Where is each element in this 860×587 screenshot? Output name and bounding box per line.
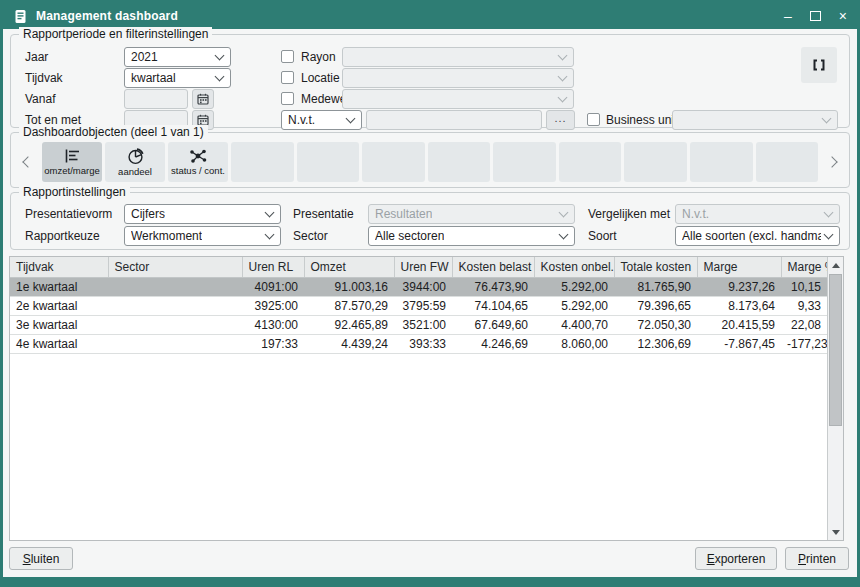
- presentatievorm-select[interactable]: Cijfers: [124, 204, 281, 224]
- column-header[interactable]: Marge %: [781, 257, 827, 277]
- vanaf-calendar-button[interactable]: [192, 89, 214, 109]
- table-cell: 92.465,89: [304, 315, 394, 334]
- toolbar-scroll-left-button[interactable]: [17, 142, 39, 182]
- table-cell: 9,33: [781, 296, 827, 315]
- dashboard-slot-empty[interactable]: [362, 142, 425, 182]
- table-cell: 10,15: [781, 277, 827, 296]
- toolbar-scroll-right-button[interactable]: [821, 142, 843, 182]
- title-bar: Management dashboard – ×: [3, 3, 857, 29]
- table-row[interactable]: 3e kwartaal4130:0092.465,893521:0067.649…: [10, 315, 827, 334]
- column-header[interactable]: Sector: [108, 257, 242, 277]
- column-header[interactable]: Kosten belast: [452, 257, 534, 277]
- rayon-checkbox[interactable]: [281, 50, 294, 63]
- calendar-icon: [197, 93, 209, 105]
- table-header-row: TijdvakSectorUren RLOmzetUren FWKosten b…: [10, 257, 827, 277]
- table-cell: 4091:00: [242, 277, 304, 296]
- business-unit-label: Business unit: [606, 113, 677, 127]
- dashboard-slot-empty[interactable]: [428, 142, 491, 182]
- rapportkeuze-select[interactable]: Werkmoment: [124, 226, 281, 246]
- dashboard-slot-empty[interactable]: [756, 142, 819, 182]
- maximize-icon: [810, 11, 821, 21]
- table-cell: 76.473,90: [452, 277, 534, 296]
- table-cell: 4.439,24: [304, 334, 394, 353]
- dashboard-slot-empty[interactable]: [624, 142, 687, 182]
- locatie-checkbox[interactable]: [281, 71, 294, 84]
- nvt-select[interactable]: N.v.t.: [281, 110, 362, 130]
- column-header[interactable]: Kosten onbel.: [534, 257, 614, 277]
- maximize-button[interactable]: [810, 9, 821, 23]
- table-cell: 197:33: [242, 334, 304, 353]
- presentatievorm-label: Presentatievorm: [25, 207, 112, 221]
- scrollbar-thumb[interactable]: [829, 274, 842, 426]
- column-header[interactable]: Omzet: [304, 257, 394, 277]
- scroll-down-button[interactable]: [828, 524, 843, 540]
- dialog-body: Rapportperiode en filterinstellingen Jaa…: [3, 29, 857, 577]
- exporteren-button[interactable]: Exporteren: [695, 547, 777, 570]
- dashboard-button-status-cont[interactable]: status / cont.: [168, 142, 228, 182]
- table-cell: 3795:59: [394, 296, 452, 315]
- column-header[interactable]: Tijdvak: [10, 257, 108, 277]
- exporteren-button-label: Exporteren: [707, 552, 766, 566]
- close-button[interactable]: ×: [839, 9, 847, 23]
- column-header[interactable]: Marge: [697, 257, 781, 277]
- dashboard-button-label: omzet/marge: [44, 165, 99, 176]
- dashboard-slot-empty[interactable]: [297, 142, 360, 182]
- chevron-down-icon: [558, 51, 568, 61]
- sector-select[interactable]: Alle sectoren: [368, 226, 575, 246]
- chevron-down-icon: [215, 72, 225, 82]
- dashboard-empty-slots: [231, 142, 818, 182]
- chevron-right-icon: [826, 156, 837, 167]
- table-row[interactable]: 4e kwartaal197:334.439,24393:334.246,698…: [10, 334, 827, 353]
- tijdvak-select[interactable]: kwartaal: [124, 68, 231, 88]
- medewerker-select: [342, 89, 574, 109]
- jaar-select[interactable]: 2021: [124, 47, 231, 67]
- chevron-down-icon: [824, 230, 834, 240]
- app-icon: [13, 9, 28, 24]
- table-cell: [108, 277, 242, 296]
- table-row[interactable]: 1e kwartaal4091:0091.003,163944:0076.473…: [10, 277, 827, 296]
- column-header[interactable]: Uren FW: [394, 257, 452, 277]
- table-cell: 12.306,69: [614, 334, 697, 353]
- presentatievorm-value: Cijfers: [131, 207, 165, 221]
- triangle-up-icon: [832, 263, 840, 268]
- sector-value: Alle sectoren: [375, 229, 444, 243]
- dashboard-button-omzet-marge[interactable]: omzet/marge: [42, 142, 102, 182]
- vertical-scrollbar[interactable]: [827, 257, 843, 540]
- medewerker-checkbox[interactable]: [281, 92, 294, 105]
- chevron-left-icon: [22, 156, 33, 167]
- sector-label: Sector: [293, 229, 328, 243]
- printen-button-label: Printen: [798, 552, 836, 566]
- dashboard-slot-empty[interactable]: [493, 142, 556, 182]
- vergelijken-met-value: N.v.t.: [682, 207, 709, 221]
- table-cell: 5.292,00: [534, 277, 614, 296]
- column-header[interactable]: Totale kosten: [614, 257, 697, 277]
- table-cell: 81.765,90: [614, 277, 697, 296]
- printen-button[interactable]: Printen: [785, 547, 849, 570]
- results-grid: TijdvakSectorUren RLOmzetUren FWKosten b…: [10, 257, 827, 354]
- table-cell: [108, 315, 242, 334]
- column-header[interactable]: Uren RL: [242, 257, 304, 277]
- dashboard-button-label: status / cont.: [171, 165, 225, 176]
- table-row[interactable]: 2e kwartaal3925:0087.570,293795:5974.104…: [10, 296, 827, 315]
- sluiten-button[interactable]: Sluiten: [9, 547, 73, 570]
- chevron-down-icon: [215, 51, 225, 61]
- chevron-down-icon: [559, 230, 569, 240]
- dashboard-slot-empty[interactable]: [559, 142, 622, 182]
- dashboard-button-aandeel[interactable]: aandeel: [105, 142, 165, 182]
- soort-select[interactable]: Alle soorten (excl. handmatig: [675, 226, 840, 246]
- minimize-button[interactable]: –: [784, 9, 792, 23]
- group-dashboardobjecten: Dashboardobjecten (deel 1 van 1) omzet/m…: [10, 132, 850, 188]
- table-cell: 22,08: [781, 315, 827, 334]
- scroll-up-button[interactable]: [828, 257, 843, 273]
- fullscreen-button[interactable]: [801, 47, 837, 83]
- nvt-browse-button[interactable]: ...: [546, 110, 575, 130]
- dashboard-slot-empty[interactable]: [231, 142, 294, 182]
- rayon-label: Rayon: [301, 50, 336, 64]
- business-unit-checkbox[interactable]: [587, 113, 600, 126]
- table-cell: [108, 296, 242, 315]
- dashboard-slot-empty[interactable]: [690, 142, 753, 182]
- chevron-down-icon: [558, 93, 568, 103]
- group-rapportperiode-title: Rapportperiode en filterinstellingen: [19, 27, 212, 41]
- vergelijken-met-label: Vergelijken met: [588, 207, 670, 221]
- rapportkeuze-label: Rapportkeuze: [25, 229, 100, 243]
